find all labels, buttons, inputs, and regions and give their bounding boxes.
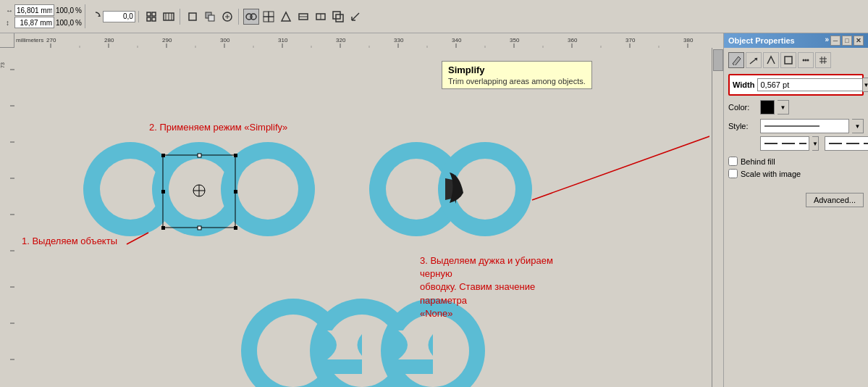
svg-rect-31 xyxy=(14,33,723,48)
coord-y-icon: ↕ xyxy=(6,19,13,27)
scrollbar-thumb[interactable] xyxy=(713,49,723,71)
percent-sign-2: % xyxy=(75,19,82,27)
coord-x-unit: 100,0 xyxy=(56,7,74,14)
ruler-h-svg: millimeters 270 280 290 300 310 320 330 xyxy=(14,33,723,48)
svg-point-116 xyxy=(805,59,807,62)
prop-icon-grid[interactable] xyxy=(815,52,831,68)
object-properties-panel: Object Properties » ─ □ ✕ xyxy=(723,33,868,387)
ruler-horizontal: millimeters 270 280 290 300 310 320 330 xyxy=(14,33,723,48)
rotate-group xyxy=(87,11,139,22)
behind-fill-checkbox[interactable] xyxy=(728,157,738,166)
coord-y-input[interactable] xyxy=(14,17,54,28)
svg-text:73: 73 xyxy=(0,62,5,68)
style-label: Style: xyxy=(728,122,757,130)
svg-rect-91 xyxy=(161,226,165,230)
prop-icon-dots[interactable] xyxy=(798,52,814,68)
header-icon-group: » ─ □ ✕ xyxy=(825,36,864,46)
simplify-icon xyxy=(245,11,257,22)
color-dropdown-btn[interactable]: ▼ xyxy=(778,100,789,115)
coord-x-input[interactable] xyxy=(14,4,54,16)
svg-rect-3 xyxy=(147,17,151,21)
svg-rect-1 xyxy=(147,12,151,16)
svg-text:millimeters: millimeters xyxy=(16,37,43,43)
width-row: Width ▼ xyxy=(728,74,864,96)
width-label: Width xyxy=(733,80,754,89)
style-select[interactable] xyxy=(760,119,849,133)
rotate-input[interactable] xyxy=(103,11,135,22)
ruler-vertical: 73 xyxy=(0,48,14,387)
dash-dropdown-1[interactable]: ▼ xyxy=(812,136,819,151)
behind-fill-row: Behind fill xyxy=(728,157,864,166)
prop-icon-pen[interactable] xyxy=(728,52,744,68)
svg-line-109 xyxy=(532,131,709,200)
svg-rect-90 xyxy=(234,190,237,194)
svg-point-115 xyxy=(803,59,805,62)
toolbar-btn-10[interactable] xyxy=(330,9,346,25)
top-toolbar: ↔ 100,0 % ↕ 100,0 % xyxy=(0,0,868,33)
scale-image-checkbox[interactable] xyxy=(728,169,738,178)
panel-maximize-btn[interactable]: □ xyxy=(842,36,852,46)
svg-text:290: 290 xyxy=(162,37,172,43)
width-input[interactable] xyxy=(757,78,863,91)
svg-text:370: 370 xyxy=(625,37,636,43)
svg-rect-68 xyxy=(0,48,14,387)
coord-group: ↔ 100,0 % ↕ 100,0 % xyxy=(3,4,85,28)
svg-rect-92 xyxy=(198,226,201,230)
obj-props-header: Object Properties » ─ □ ✕ xyxy=(724,33,868,48)
toolbar-btn-9[interactable] xyxy=(313,9,329,25)
svg-rect-86 xyxy=(161,154,165,157)
svg-text:270: 270 xyxy=(46,37,56,43)
toolbar-btn-4[interactable] xyxy=(202,9,218,25)
width-dropdown-btn[interactable]: ▼ xyxy=(863,78,868,92)
coord-y-unit: 100,0 xyxy=(56,19,74,27)
percent-sign-1: % xyxy=(75,7,82,14)
panel-minimize-btn[interactable]: ─ xyxy=(830,36,840,46)
prop-icon-arrow[interactable] xyxy=(746,52,762,68)
svg-rect-93 xyxy=(234,226,237,230)
color-swatch[interactable] xyxy=(760,100,775,115)
step2-label: 2. Применяем режим «Simplify» xyxy=(149,122,287,133)
svg-rect-114 xyxy=(785,57,792,64)
toolbar-icons-1 xyxy=(140,9,180,25)
toolbar-icons-2 xyxy=(182,9,239,25)
dash-select-2[interactable] xyxy=(825,136,868,151)
coord-x-icon: ↔ xyxy=(6,7,13,14)
toolbar-btn-6[interactable] xyxy=(261,9,277,25)
color-row: Color: ▼ xyxy=(728,100,864,115)
svg-rect-20 xyxy=(269,17,274,22)
canvas-scrollbar[interactable] xyxy=(712,48,723,387)
scale-image-row: Scale with image xyxy=(728,169,864,178)
coord-box: ↔ 100,0 % ↕ 100,0 % xyxy=(6,4,82,28)
svg-point-117 xyxy=(807,59,809,62)
toolbar-icons-3 xyxy=(240,9,366,25)
svg-point-16 xyxy=(250,14,256,20)
svg-rect-19 xyxy=(264,17,269,22)
toolbar-btn-3[interactable] xyxy=(185,9,201,25)
step3-label: 3. Выделяем дужка и убираем чернуюобводк… xyxy=(420,254,572,320)
toolbar-btn-8[interactable] xyxy=(295,9,311,25)
style-dropdown-btn[interactable]: ▼ xyxy=(852,119,864,133)
rotate-icon xyxy=(90,11,101,22)
svg-marker-21 xyxy=(282,12,290,21)
canvas-area: millimeters 270 280 290 300 310 320 330 xyxy=(0,33,723,387)
simplify-button[interactable] xyxy=(243,9,259,25)
advanced-button[interactable]: Advanced... xyxy=(806,193,864,207)
toolbar-btn-5[interactable] xyxy=(219,9,235,25)
toolbar-btn-7[interactable] xyxy=(278,9,294,25)
svg-point-100 xyxy=(455,159,515,220)
toolbar-btn-1[interactable] xyxy=(143,9,159,25)
svg-text:380: 380 xyxy=(683,37,694,43)
svg-text:310: 310 xyxy=(278,37,288,43)
prop-icon-calligraphy[interactable] xyxy=(763,52,779,68)
prop-icon-square[interactable] xyxy=(780,52,796,68)
svg-point-84 xyxy=(237,159,298,220)
dash-select-1[interactable] xyxy=(760,136,809,151)
svg-line-28 xyxy=(352,13,359,20)
toolbar-btn-11[interactable] xyxy=(347,9,363,25)
panel-expand-icon[interactable]: » xyxy=(825,36,829,46)
panel-close-btn[interactable]: ✕ xyxy=(854,36,864,46)
svg-text:320: 320 xyxy=(336,37,346,43)
svg-text:350: 350 xyxy=(510,37,520,43)
coord-row-2: ↕ 100,0 % xyxy=(6,17,82,28)
toolbar-btn-2[interactable] xyxy=(161,9,177,25)
